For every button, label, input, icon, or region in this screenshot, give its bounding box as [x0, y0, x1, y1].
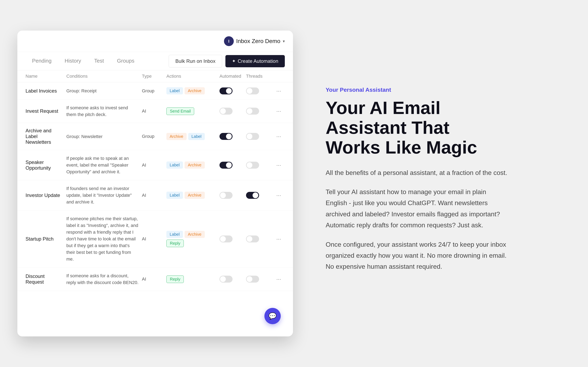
col-actions: Actions: [166, 74, 219, 79]
table-row: Startup PitchIf someone pitches me their…: [17, 210, 293, 267]
row-actions: LabelArchiveReply: [166, 231, 219, 247]
badge-archive[interactable]: Archive: [185, 192, 205, 199]
toggle-knob: [247, 236, 252, 242]
automated-toggle[interactable]: [219, 192, 233, 199]
page-wrapper: I Inbox Zero Demo ▾ Pending History Test…: [0, 0, 588, 367]
row-menu-button[interactable]: ···: [273, 192, 285, 199]
hero-body-2: Tell your AI assistant how to manage you…: [326, 186, 509, 231]
table-body: Label InvoicesGroup: ReceiptGroupLabelAr…: [17, 82, 293, 291]
toggle-knob: [220, 108, 226, 114]
tab-test[interactable]: Test: [87, 52, 111, 70]
tab-pending[interactable]: Pending: [26, 52, 58, 70]
row-actions: Reply: [166, 275, 219, 283]
row-type: AI: [142, 162, 166, 168]
badge-label[interactable]: Label: [188, 133, 205, 140]
threads-toggle[interactable]: [246, 276, 259, 283]
row-actions: ArchiveLabel: [166, 133, 219, 140]
row-name: Startup Pitch: [26, 236, 66, 242]
automated-toggle[interactable]: [219, 235, 233, 242]
chevron-down-icon: ▾: [283, 39, 285, 44]
badge-archive[interactable]: Archive: [185, 231, 205, 238]
col-menu: [273, 74, 285, 79]
row-type: AI: [142, 108, 166, 114]
row-name: Discount Request: [26, 273, 66, 285]
toggle-knob: [226, 88, 232, 94]
account-name: Inbox Zero Demo: [236, 38, 280, 44]
fab-chat-button[interactable]: 💬: [264, 308, 281, 324]
col-threads: Threads: [246, 74, 273, 79]
badge-archive[interactable]: Archive: [166, 133, 187, 140]
badge-reply[interactable]: Reply: [166, 240, 184, 247]
hero-body-1: All the benefits of a personal assistant…: [326, 167, 509, 178]
table-header: Name Conditions Type Actions Automated T…: [17, 70, 293, 82]
table-row: Invest RequestIf someone asks to invest …: [17, 100, 293, 123]
automated-toggle[interactable]: [219, 87, 233, 94]
table-row: Archive and Label NewslettersGroup: News…: [17, 123, 293, 150]
badge-reply[interactable]: Reply: [166, 275, 184, 283]
row-condition: If people ask me to speak at an event, l…: [66, 155, 142, 175]
hero-title: Your AI Email Assistant That Works Like …: [326, 98, 509, 157]
row-type: Group: [142, 88, 166, 94]
row-type: Group: [142, 134, 166, 139]
col-conditions: Conditions: [66, 74, 142, 79]
row-condition: If someone pitches me their startup, lab…: [66, 215, 142, 262]
badge-label[interactable]: Label: [166, 231, 183, 238]
account-selector[interactable]: I Inbox Zero Demo ▾: [224, 36, 285, 46]
row-menu-button[interactable]: ···: [273, 162, 285, 168]
threads-toggle[interactable]: [246, 108, 259, 115]
row-menu-button[interactable]: ···: [273, 236, 285, 242]
sparkle-icon: ✦: [232, 58, 236, 64]
row-name: Investor Update: [26, 192, 66, 198]
threads-toggle[interactable]: [246, 87, 259, 94]
row-actions: LabelArchive: [166, 87, 219, 94]
tab-history[interactable]: History: [58, 52, 87, 70]
badge-label[interactable]: Label: [166, 161, 183, 169]
row-menu-button[interactable]: ···: [273, 276, 285, 282]
threads-toggle[interactable]: [246, 162, 259, 169]
threads-toggle[interactable]: [246, 133, 259, 140]
automated-toggle[interactable]: [219, 108, 233, 115]
table-row: Discount RequestIf someone asks for a di…: [17, 267, 293, 291]
row-menu-button[interactable]: ···: [273, 108, 285, 114]
marketing-panel: Your Personal Assistant Your AI Email As…: [305, 70, 530, 297]
row-type: AI: [142, 276, 166, 282]
automated-toggle[interactable]: [219, 276, 233, 283]
toggle-knob: [247, 108, 252, 114]
row-actions: Send Email: [166, 108, 219, 115]
badge-label[interactable]: Label: [166, 87, 183, 94]
toggle-knob: [247, 162, 252, 168]
row-condition: Group: Receipt: [66, 87, 142, 94]
row-name: Archive and Label Newsletters: [26, 128, 66, 145]
bulk-run-button[interactable]: Bulk Run on Inbox: [169, 55, 222, 67]
row-menu-button[interactable]: ···: [273, 88, 285, 94]
row-type: AI: [142, 193, 166, 198]
avatar: I: [224, 36, 234, 46]
automated-toggle[interactable]: [219, 162, 233, 169]
row-name: Speaker Opportunity: [26, 159, 66, 171]
threads-toggle[interactable]: [246, 192, 259, 199]
row-condition: Group: Newsletter: [66, 133, 142, 140]
badge-archive[interactable]: Archive: [185, 87, 205, 94]
badge-send-email[interactable]: Send Email: [166, 108, 194, 115]
hero-body-3: Once configured, your assistant works 24…: [326, 239, 509, 272]
automated-toggle[interactable]: [219, 133, 233, 140]
badge-archive[interactable]: Archive: [185, 161, 205, 169]
threads-toggle[interactable]: [246, 235, 259, 242]
row-name: Invest Request: [26, 108, 66, 114]
row-menu-button[interactable]: ···: [273, 133, 285, 140]
brand-label: Your Personal Assistant: [326, 87, 509, 93]
toggle-knob: [247, 133, 252, 139]
table-row: Speaker OpportunityIf people ask me to s…: [17, 150, 293, 180]
col-name: Name: [26, 74, 66, 79]
row-type: AI: [142, 236, 166, 242]
row-condition: If someone asks for a discount, reply wi…: [66, 272, 142, 286]
row-actions: LabelArchive: [166, 161, 219, 169]
create-automation-button[interactable]: ✦ Create Automation: [225, 55, 285, 67]
row-actions: LabelArchive: [166, 192, 219, 199]
tabs-left: Pending History Test Groups: [26, 52, 141, 70]
app-panel: I Inbox Zero Demo ▾ Pending History Test…: [17, 31, 293, 336]
tab-groups[interactable]: Groups: [111, 52, 141, 70]
toggle-knob: [220, 236, 226, 242]
badge-label[interactable]: Label: [166, 192, 183, 199]
col-type: Type: [142, 74, 166, 79]
